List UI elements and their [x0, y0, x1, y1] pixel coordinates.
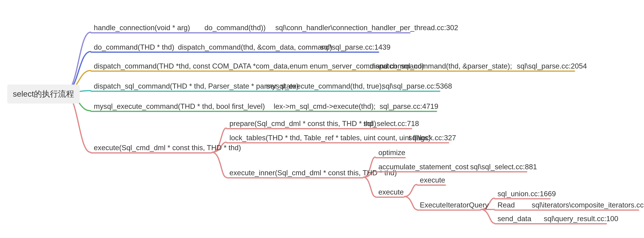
underline: [90, 32, 410, 33]
underline: [226, 142, 449, 143]
underline: [90, 152, 212, 153]
underline: [226, 128, 412, 129]
underline: [375, 197, 404, 198]
underline: [417, 209, 481, 211]
underline: [90, 52, 379, 53]
underline: [417, 184, 446, 185]
underline: [90, 70, 575, 72]
root-label: select的执行流程: [13, 90, 74, 98]
underline: [90, 111, 437, 112]
root-node[interactable]: select的执行流程: [7, 85, 80, 104]
underline: [375, 171, 527, 172]
underline: [494, 223, 607, 224]
underline: [90, 91, 440, 92]
underline: [494, 209, 639, 211]
underline: [226, 177, 364, 178]
underline: [375, 157, 406, 158]
